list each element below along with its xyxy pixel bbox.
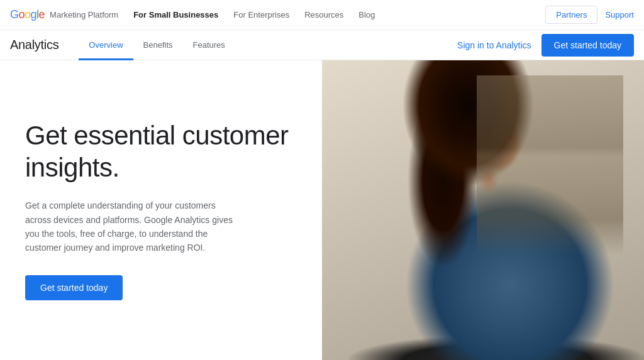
tab-features[interactable]: Features: [183, 30, 235, 60]
logo-product-name: Marketing Platform: [50, 10, 118, 19]
sub-nav-tabs: Overview Benefits Features: [79, 30, 457, 60]
top-nav: Google Marketing Platform For Small Busi…: [0, 0, 644, 30]
sub-nav: Analytics Overview Benefits Features Sig…: [0, 30, 644, 60]
sign-in-button[interactable]: Sign in to Analytics: [457, 40, 531, 50]
nav-link-resources[interactable]: Resources: [304, 10, 343, 19]
sub-nav-right: Sign in to Analytics Get started today: [457, 34, 634, 57]
support-button[interactable]: Support: [605, 10, 634, 19]
hero-description: Get a complete understanding of your cus…: [25, 199, 239, 255]
get-started-hero-button[interactable]: Get started today: [25, 275, 123, 300]
get-started-header-button[interactable]: Get started today: [541, 34, 634, 57]
hero-section: Get essential customer insights. Get a c…: [0, 60, 644, 360]
nav-link-small-businesses[interactable]: For Small Businesses: [133, 10, 218, 19]
tab-overview[interactable]: Overview: [79, 30, 133, 60]
shelf-detail: [477, 75, 623, 255]
top-nav-right: Partners Support: [545, 6, 634, 24]
nav-link-blog[interactable]: Blog: [358, 10, 375, 19]
nav-link-enterprises[interactable]: For Enterprises: [233, 10, 289, 19]
top-nav-links: For Small Businesses For Enterprises Res…: [133, 10, 545, 19]
hero-content: Get essential customer insights. Get a c…: [0, 60, 314, 360]
logo-area: Google Marketing Platform: [10, 8, 118, 21]
tab-benefits[interactable]: Benefits: [133, 30, 183, 60]
analytics-brand: Analytics: [10, 38, 58, 52]
partners-button[interactable]: Partners: [545, 6, 597, 24]
hero-title: Get essential customer insights.: [25, 120, 289, 183]
google-logo: Google: [10, 8, 45, 21]
